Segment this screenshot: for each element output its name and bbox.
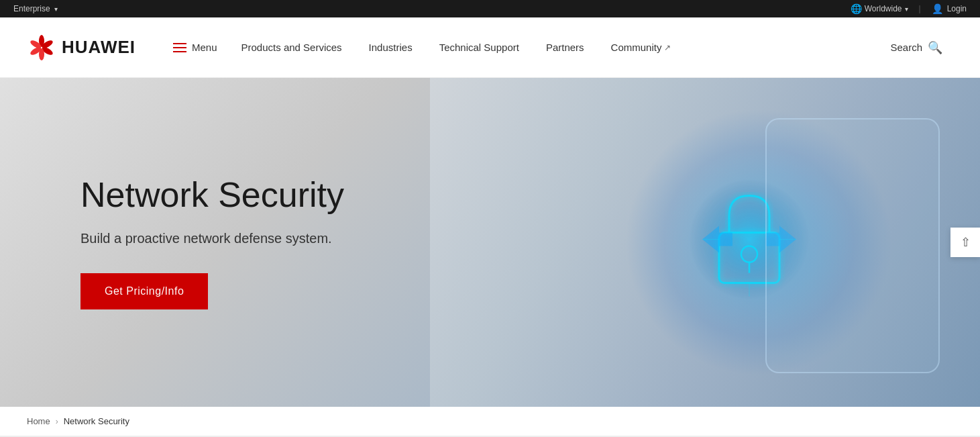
user-icon: 👤 <box>932 3 943 14</box>
login-button[interactable]: 👤 Login <box>932 3 967 14</box>
menu-button[interactable]: Menu <box>162 42 228 53</box>
hero-image <box>430 78 980 407</box>
top-bar: Enterprise ▾ 🌐 Worldwide ▾ | 👤 Login <box>0 0 980 17</box>
menu-label: Menu <box>192 42 217 53</box>
top-bar-right: 🌐 Worldwide ▾ | 👤 Login <box>851 3 967 14</box>
community-link[interactable]: Community ↗ <box>598 42 685 53</box>
community-label: Community <box>611 42 662 53</box>
search-label: Search <box>890 42 922 53</box>
breadcrumb-current: Network Security <box>64 416 129 426</box>
worldwide-label: Worldwide <box>865 4 902 13</box>
top-bar-left: Enterprise ▾ <box>13 4 58 13</box>
hero-content: Network Security Build a proactive netwo… <box>0 175 344 310</box>
technical-support-link[interactable]: Technical Support <box>426 42 533 53</box>
divider: | <box>919 4 921 13</box>
login-label: Login <box>947 4 967 13</box>
worldwide-selector[interactable]: 🌐 Worldwide ▾ <box>851 3 908 14</box>
industries-link[interactable]: Industries <box>356 42 426 53</box>
share-icon: ⇧ <box>961 235 971 250</box>
worldwide-chevron: ▾ <box>905 5 908 13</box>
search-icon: 🔍 <box>928 40 942 55</box>
partners-link[interactable]: Partners <box>533 42 598 53</box>
breadcrumb-separator: › <box>56 417 58 426</box>
get-pricing-button[interactable]: Get Pricing/Info <box>80 273 208 309</box>
products-services-link[interactable]: Products and Services <box>228 42 356 53</box>
enterprise-label[interactable]: Enterprise <box>13 4 50 13</box>
share-button[interactable]: ⇧ <box>950 228 980 257</box>
nav-links: Menu Products and Services Industries Te… <box>162 42 879 53</box>
breadcrumb: Home › Network Security <box>0 407 980 436</box>
external-link-icon: ↗ <box>664 43 671 52</box>
huawei-logo-icon <box>27 33 56 62</box>
breadcrumb-home[interactable]: Home <box>27 416 50 426</box>
enterprise-chevron: ▾ <box>54 5 58 13</box>
search-button[interactable]: Search 🔍 <box>879 40 953 55</box>
hero-section: Network Security Build a proactive netwo… <box>0 78 980 407</box>
logo-text: HUAWEI <box>62 37 135 58</box>
hero-subtitle: Build a proactive network defense system… <box>80 231 344 246</box>
globe-icon: 🌐 <box>851 3 862 14</box>
logo[interactable]: HUAWEI <box>27 33 135 62</box>
hamburger-icon <box>173 43 186 52</box>
hero-title: Network Security <box>80 175 344 215</box>
navbar: HUAWEI Menu Products and Services Indust… <box>0 17 980 78</box>
